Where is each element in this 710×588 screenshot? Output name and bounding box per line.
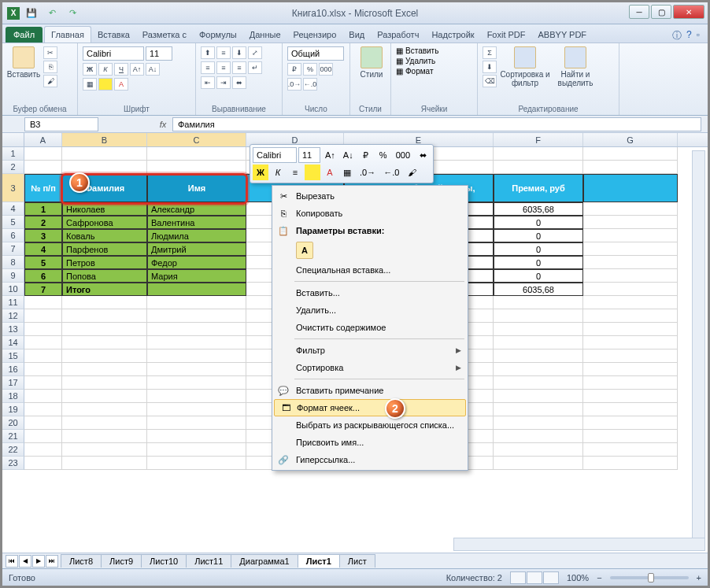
cell[interactable] xyxy=(494,443,583,457)
cell[interactable]: № п/п xyxy=(24,174,62,202)
cell[interactable] xyxy=(147,349,246,363)
wrap-text-icon[interactable]: ↵ xyxy=(248,61,262,74)
row-header[interactable]: 15 xyxy=(2,349,24,363)
cell[interactable] xyxy=(24,323,62,336)
mini-size-combo[interactable]: 11 xyxy=(298,147,320,163)
comma-icon[interactable]: 000 xyxy=(319,63,333,76)
cell[interactable] xyxy=(583,256,678,269)
zoom-out-button[interactable]: − xyxy=(597,573,601,582)
cell[interactable] xyxy=(62,390,147,403)
format-painter-icon[interactable]: 🖌 xyxy=(43,75,57,87)
cell[interactable] xyxy=(24,416,62,430)
col-header-a[interactable]: A xyxy=(24,133,62,146)
cell[interactable]: 2 xyxy=(24,216,62,229)
cell[interactable] xyxy=(147,147,246,161)
row-header[interactable]: 3 xyxy=(2,174,24,202)
ctx-define-name[interactable]: Присвоить имя... xyxy=(272,434,468,451)
sheet-tab[interactable]: Лист9 xyxy=(101,554,142,568)
sheet-nav-next[interactable]: ▶ xyxy=(32,555,45,568)
cell[interactable] xyxy=(583,283,678,296)
cell[interactable] xyxy=(62,403,147,416)
tab-review[interactable]: Рецензиро xyxy=(287,27,343,43)
cell[interactable] xyxy=(583,349,678,363)
row-header[interactable]: 12 xyxy=(2,309,24,323)
tab-formulas[interactable]: Формулы xyxy=(193,27,243,43)
zoom-slider[interactable] xyxy=(610,576,689,579)
row-header[interactable]: 17 xyxy=(2,376,24,390)
cell[interactable] xyxy=(583,296,678,309)
cell[interactable] xyxy=(62,336,147,349)
increase-font-icon[interactable]: A↑ xyxy=(130,63,144,76)
cell[interactable] xyxy=(24,363,62,376)
mini-fill-color-icon[interactable] xyxy=(305,165,320,180)
cell[interactable]: 6035,68 xyxy=(494,283,583,296)
mini-dec-decimal-icon[interactable]: ←.0 xyxy=(380,165,402,180)
undo-icon[interactable]: ↶ xyxy=(43,6,61,21)
styles-button[interactable]: Стили xyxy=(355,46,388,79)
maximize-button[interactable]: ▢ xyxy=(651,5,671,19)
fill-icon[interactable]: ⬇ xyxy=(483,61,497,73)
cells-delete-button[interactable]: ▦Удалить xyxy=(396,57,435,65)
cell[interactable] xyxy=(494,403,583,416)
mini-currency-icon[interactable]: ₽ xyxy=(358,147,374,163)
mini-borders-icon[interactable]: ▦ xyxy=(339,165,355,180)
cell[interactable] xyxy=(24,147,62,161)
ctx-sort[interactable]: Сортировка▶ xyxy=(272,359,468,376)
font-name-combo[interactable]: Calibri xyxy=(83,46,144,61)
ctx-delete[interactable]: Удалить... xyxy=(272,301,468,319)
cell[interactable] xyxy=(147,390,246,403)
cell[interactable] xyxy=(62,376,147,390)
tab-addins[interactable]: Надстройк xyxy=(425,27,480,43)
cell[interactable]: 0 xyxy=(494,269,583,283)
cell[interactable] xyxy=(147,323,246,336)
cell[interactable] xyxy=(24,390,62,403)
cell[interactable] xyxy=(583,390,678,403)
underline-button[interactable]: Ч xyxy=(114,63,128,76)
minimize-ribbon-icon[interactable]: ⓘ xyxy=(672,29,682,43)
mini-merge-icon[interactable]: ⬌ xyxy=(415,147,431,163)
mini-inc-decimal-icon[interactable]: .0→ xyxy=(357,165,379,180)
row-header[interactable]: 2 xyxy=(2,161,24,174)
cell[interactable] xyxy=(62,323,147,336)
bold-button[interactable]: Ж xyxy=(83,63,97,76)
view-layout-button[interactable] xyxy=(527,571,542,584)
cell[interactable] xyxy=(62,161,147,174)
ctx-paste-special[interactable]: Специальная вставка... xyxy=(272,261,468,279)
cell[interactable] xyxy=(583,147,678,161)
cell[interactable] xyxy=(583,161,678,174)
sheet-tab[interactable]: Лист1 xyxy=(298,554,340,568)
ctx-cut[interactable]: ✂Вырезать xyxy=(272,187,468,205)
clear-icon[interactable]: ⌫ xyxy=(483,75,497,87)
tab-insert[interactable]: Вставка xyxy=(91,27,136,43)
cell[interactable] xyxy=(583,309,678,323)
cell[interactable] xyxy=(583,403,678,416)
col-header-c[interactable]: C xyxy=(147,133,246,146)
save-icon[interactable]: 💾 xyxy=(23,6,40,21)
paste-button[interactable]: Вставить xyxy=(7,46,40,79)
align-right-icon[interactable]: ≡ xyxy=(232,61,246,74)
cell[interactable]: Петров xyxy=(62,256,147,269)
decrease-indent-icon[interactable]: ⇤ xyxy=(201,76,215,89)
view-pagebreak-button[interactable] xyxy=(543,571,559,584)
copy-icon[interactable]: ⎘ xyxy=(43,61,57,73)
cell[interactable]: Сафронова xyxy=(62,216,147,229)
find-select-button[interactable]: Найти и выделить xyxy=(553,46,597,87)
cell[interactable] xyxy=(494,416,583,430)
col-header-f[interactable]: F xyxy=(494,133,583,146)
cell[interactable]: Имя xyxy=(147,174,246,202)
cell[interactable]: 6035,68 xyxy=(494,202,583,216)
mini-comma-icon[interactable]: 000 xyxy=(393,147,413,163)
cell[interactable] xyxy=(494,296,583,309)
cell[interactable] xyxy=(583,363,678,376)
cell[interactable]: 5 xyxy=(24,256,62,269)
cell[interactable]: Итого xyxy=(62,283,147,296)
font-size-combo[interactable]: 11 xyxy=(146,46,172,61)
view-normal-button[interactable] xyxy=(510,571,526,584)
cell[interactable]: 0 xyxy=(494,256,583,269)
ctx-copy[interactable]: ⎘Копировать xyxy=(272,205,468,222)
cell[interactable] xyxy=(494,147,583,161)
redo-icon[interactable]: ↷ xyxy=(64,6,81,21)
sheet-tab[interactable]: Диаграмма1 xyxy=(231,554,298,568)
font-color-icon[interactable]: A xyxy=(114,78,128,91)
cell[interactable] xyxy=(583,376,678,390)
